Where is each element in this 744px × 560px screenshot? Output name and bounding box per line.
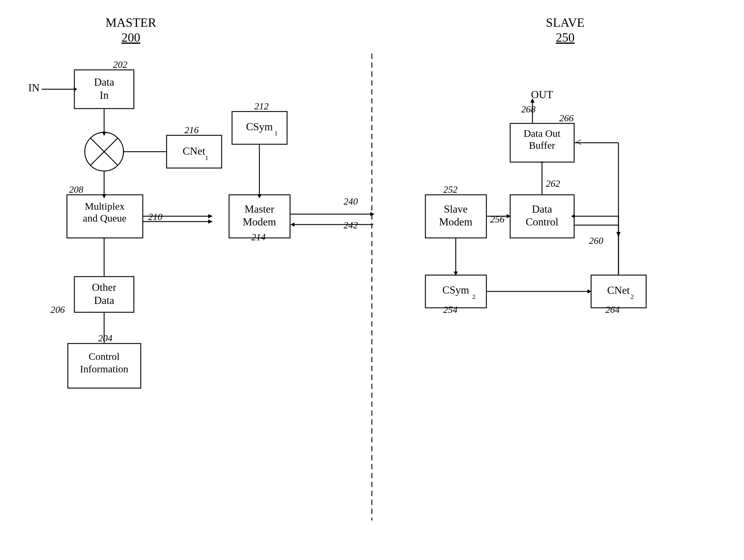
master-ref: 200 [122, 31, 140, 44]
in-label: IN [28, 82, 40, 94]
control-info-label1: Control [89, 351, 120, 362]
cnet2-sub: 2 [631, 293, 634, 300]
slave-modem-label2: Modem [439, 216, 473, 228]
cnet2-label: CNet [607, 284, 630, 296]
ref-202: 202 [113, 59, 127, 70]
ref-256: 256 [490, 214, 505, 225]
slave-modem-label1: Slave [444, 203, 468, 215]
ref-208: 208 [69, 184, 83, 195]
diagram: MASTER 200 SLAVE 250 Data In 202 IN CNet… [0, 0, 744, 560]
cnet1-sub: 1 [205, 154, 209, 161]
multiplex-label1: Multiplex [85, 201, 125, 212]
ref-268: 268 [521, 104, 535, 114]
ref-266: 266 [559, 113, 573, 123]
arrow-mux-modem2 [208, 220, 213, 224]
master-modem-label2: Modem [243, 216, 276, 228]
ref-264: 264 [605, 304, 620, 315]
data-out-buffer-lt: < [575, 136, 582, 148]
ref-260: 260 [589, 235, 603, 246]
ref-212: 212 [254, 101, 269, 112]
ref-214: 214 [251, 232, 266, 242]
ref-216: 216 [184, 124, 199, 135]
data-out-buffer-label2: Buffer [529, 140, 555, 151]
csym2-label: CSym [442, 284, 469, 296]
arrow-modem-slave2 [290, 222, 295, 227]
master-title: MASTER [106, 16, 156, 30]
csym1-sub: 1 [274, 129, 278, 137]
control-info-label2: Information [80, 364, 128, 374]
ref-206: 206 [50, 304, 65, 315]
ref-262: 262 [546, 178, 560, 189]
master-modem-label1: Master [245, 203, 274, 215]
data-out-buffer-label1: Data Out [524, 128, 560, 139]
cnet1-label: CNet [183, 145, 205, 157]
other-data-label1: Other [92, 281, 116, 293]
ref-204: 204 [98, 333, 112, 343]
arrow-mux-modem1 [208, 214, 213, 218]
ref-252: 252 [443, 184, 457, 195]
data-in-label: Data [94, 76, 114, 88]
multiplex-label2: and Queue [83, 213, 126, 224]
data-control-label2: Control [526, 216, 558, 228]
out-label: OUT [531, 88, 553, 101]
ref-240: 240 [344, 196, 358, 207]
ref-242: 242 [344, 220, 358, 230]
data-in-label2: In [100, 89, 109, 101]
csym2-sub: 2 [473, 293, 476, 300]
ref-210: 210 [148, 212, 162, 222]
data-control-label1: Data [532, 203, 552, 215]
ref-254: 254 [443, 304, 457, 315]
other-data-label2: Data [94, 294, 114, 306]
slave-title: SLAVE [546, 16, 585, 30]
arrow-modem-slave1 [370, 212, 375, 216]
slave-ref: 250 [556, 31, 575, 44]
csym1-label: CSym [246, 121, 273, 133]
